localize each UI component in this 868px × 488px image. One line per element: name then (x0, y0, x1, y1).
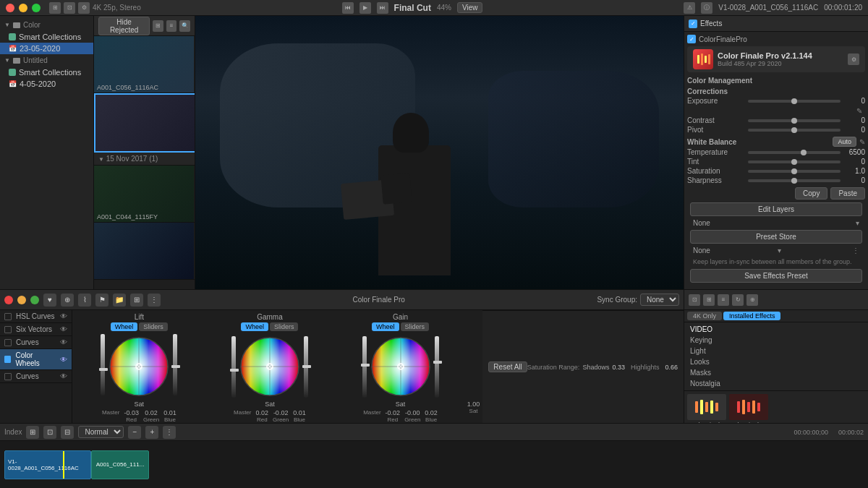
timeline-more[interactable]: ⋮ (163, 426, 176, 439)
more-icon[interactable]: ⋮ (852, 247, 859, 254)
minimize-panel-btn[interactable] (17, 296, 26, 304)
thumb-item-3[interactable]: A001_C044_1115FY (94, 166, 195, 223)
edit-layers-button[interactable]: Edit Layers (690, 202, 862, 216)
gamma-wheel-tab[interactable]: Wheel (241, 322, 268, 331)
eye-icon-4[interactable]: 👁 (60, 356, 67, 364)
category-nostalgia[interactable]: Nostalgia (687, 378, 865, 389)
layer-checkbox-3[interactable] (4, 339, 12, 346)
category-light[interactable]: Light (687, 346, 865, 356)
search-icon[interactable]: 🔍 (179, 20, 190, 32)
gain-sliders-tab[interactable]: Sliders (401, 322, 430, 331)
heart-icon[interactable]: ♥ (43, 294, 56, 307)
thumb-item-1[interactable]: A001_C056_1116AC (94, 36, 195, 93)
flag-icon[interactable]: ⚑ (95, 294, 109, 307)
layer-checkbox-5[interactable] (4, 373, 12, 380)
close-button[interactable] (6, 4, 14, 12)
br-icon-4[interactable]: ↻ (732, 294, 744, 306)
gain-vslider-1[interactable] (362, 336, 367, 398)
eye-icon-5[interactable]: 👁 (60, 372, 67, 380)
sidebar-group-color[interactable]: ▼ Color (0, 19, 93, 31)
expand-panel-btn[interactable] (30, 296, 39, 304)
warning-icon[interactable]: ⚠ (684, 2, 695, 14)
thumb-item-4[interactable] (94, 223, 195, 280)
4k-only-tab[interactable]: 4K Only (687, 312, 722, 320)
view-button[interactable]: View (457, 2, 483, 13)
gamma-vslider-2[interactable] (304, 336, 308, 398)
fullscreen-button[interactable] (32, 4, 41, 12)
close-panel-btn[interactable] (4, 296, 13, 304)
layer-checkbox-2[interactable] (4, 326, 12, 333)
library-icon[interactable]: ⊞ (49, 2, 61, 14)
transport-back[interactable]: ⏮ (342, 2, 354, 14)
lift-wheel[interactable] (106, 334, 171, 399)
layer-curves-1[interactable]: Curves 👁 (0, 336, 72, 349)
plugin-checkbox[interactable]: ✓ (687, 35, 696, 43)
transport-fwd[interactable]: ⏭ (377, 2, 388, 14)
gain-wheel[interactable] (368, 334, 433, 399)
lift-vslider-2[interactable] (173, 334, 177, 395)
folder-icon-btn[interactable]: 📁 (113, 294, 126, 307)
br-icon-2[interactable]: ⊞ (703, 294, 715, 306)
layer-checkbox-1[interactable] (4, 313, 12, 320)
settings-icon[interactable]: ⚙ (78, 2, 90, 14)
sidebar-item-smart-collections[interactable]: Smart Collections (0, 31, 93, 43)
transport-play[interactable]: ▶ (359, 2, 371, 14)
layer-color-wheels[interactable]: Color Wheels 👁 (0, 349, 72, 370)
eye-icon-3[interactable]: 👁 (60, 338, 67, 346)
sidebar-item-date1[interactable]: 📅 23-05-2020 (0, 43, 93, 54)
lift-vslider-1[interactable] (101, 334, 105, 395)
timeline-tool-1[interactable]: ⊞ (26, 426, 39, 439)
sharpness-slider[interactable] (748, 179, 841, 182)
category-looks[interactable]: Looks (687, 356, 865, 367)
chevron-down-icon-2[interactable]: ▾ (778, 247, 781, 254)
contrast-slider[interactable] (748, 119, 841, 122)
auto-button[interactable]: Auto (833, 137, 856, 147)
timeline-select[interactable]: Normal (78, 426, 124, 438)
timeline-zoom-out[interactable]: − (128, 426, 141, 439)
pivot-slider[interactable] (748, 129, 841, 132)
reset-all-button[interactable]: Reset All (488, 361, 527, 372)
layer-curves-2[interactable]: Curves 👁 (0, 370, 72, 383)
browse-icon[interactable]: ⊡ (64, 2, 75, 14)
timeline-clip-2[interactable]: A001_C056_111... (91, 450, 149, 479)
effects-checkbox[interactable]: ✓ (689, 20, 697, 28)
effect-colorfinale[interactable]: ColorFinale (687, 394, 726, 423)
saturation-slider[interactable] (748, 170, 841, 173)
lift-wheel-tab[interactable]: Wheel (111, 322, 138, 331)
hide-rejected-button[interactable]: Hide Rejected (98, 17, 150, 35)
sidebar-group-untitled[interactable]: ▼ Untitled (0, 54, 93, 67)
thumb-item-2[interactable] (94, 93, 195, 153)
save-effects-button[interactable]: Save Effects Preset (690, 269, 862, 283)
copy-button[interactable]: Copy (795, 187, 827, 200)
timeline-clip-1[interactable]: V1-0028_A001_C056_1116AC (4, 450, 91, 479)
br-icon-5[interactable]: ⊕ (746, 294, 758, 306)
gamma-vslider-1[interactable] (231, 336, 236, 398)
layer-six-vectors[interactable]: Six Vectors 👁 (0, 323, 72, 336)
br-icon-1[interactable]: ⊡ (689, 294, 700, 306)
wb-eyedropper-icon[interactable]: ✎ (859, 138, 865, 146)
category-video[interactable]: VIDEO (687, 324, 865, 335)
gamma-sliders-tab[interactable]: Sliders (270, 322, 299, 331)
sync-group-select[interactable]: None (640, 294, 679, 306)
tag-icon[interactable]: ⊕ (61, 294, 74, 307)
tint-slider[interactable] (748, 160, 841, 163)
grid-view-icon[interactable]: ⊞ (153, 20, 163, 32)
br-icon-3[interactable]: ≡ (718, 294, 729, 306)
exposure-slider[interactable] (748, 100, 841, 103)
sidebar-item-date2[interactable]: 📅 4-05-2020 (0, 78, 93, 90)
pencil-icon[interactable]: ✎ (856, 107, 862, 115)
timeline-tool-3[interactable]: ⊟ (61, 426, 74, 439)
category-keying[interactable]: Keying (687, 335, 865, 346)
layer-hsl-curves[interactable]: HSL Curves 👁 (0, 310, 72, 323)
chevron-down-icon[interactable]: ▾ (856, 219, 859, 227)
gain-wheel-tab[interactable]: Wheel (372, 322, 399, 331)
grid-icon[interactable]: ⊞ (130, 294, 143, 307)
sidebar-item-smart-collections2[interactable]: Smart Collections (0, 67, 93, 78)
minimize-button[interactable] (19, 4, 27, 12)
effect-colorfinale-pro[interactable]: ColorFinalePro (729, 394, 768, 423)
waveform-icon[interactable]: ⌇ (78, 294, 91, 307)
gamma-wheel[interactable] (237, 334, 302, 399)
timeline-zoom-in[interactable]: + (145, 426, 158, 439)
lift-sliders-tab[interactable]: Sliders (139, 322, 168, 331)
layer-checkbox-4[interactable] (4, 356, 11, 363)
